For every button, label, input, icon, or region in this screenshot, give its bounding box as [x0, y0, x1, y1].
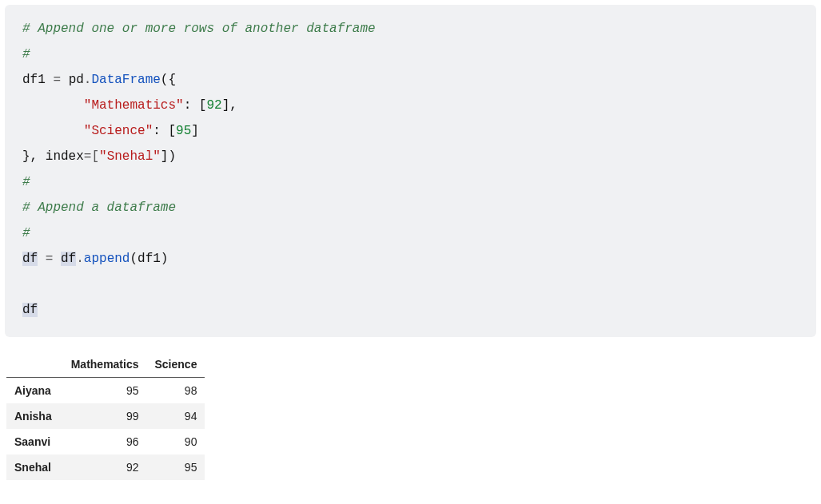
code-punct: [: [168, 124, 176, 138]
code-operator: =: [38, 252, 61, 266]
code-keyword: index: [46, 149, 84, 164]
table-cell: 96: [63, 429, 147, 454]
code-output-area: Mathematics Science Aiyana 95 98 Anisha …: [0, 342, 821, 486]
code-comment: #: [22, 175, 30, 189]
code-punct: ]: [191, 124, 199, 138]
code-dot: .: [84, 73, 92, 87]
row-header: Saanvi: [6, 429, 63, 454]
code-number: 95: [176, 124, 191, 138]
code-indent: [22, 98, 84, 113]
code-punct: (: [130, 252, 137, 266]
code-comment: # Append a dataframe: [22, 200, 176, 215]
code-punct: :: [153, 124, 168, 138]
code-punct: :: [184, 98, 199, 113]
code-string: "Mathematics": [84, 98, 184, 113]
table-cell: 99: [63, 403, 147, 429]
code-variable-highlighted: df: [22, 252, 38, 266]
table-cell: 94: [147, 403, 205, 429]
table-row: Aiyana 95 98: [6, 378, 205, 404]
code-string: "Snehal": [99, 149, 161, 164]
code-dot: .: [76, 252, 84, 266]
code-function: append: [84, 252, 130, 266]
code-string: "Science": [84, 124, 153, 138]
code-punct: =[: [84, 149, 99, 164]
code-function: DataFrame: [91, 73, 160, 87]
code-comment: # Append one or more rows of another dat…: [22, 22, 376, 36]
code-punct: },: [22, 149, 46, 164]
code-module: pd: [69, 73, 84, 87]
table-cell: 95: [63, 378, 147, 404]
code-comment: #: [22, 47, 30, 62]
table-row: Saanvi 96 90: [6, 429, 205, 454]
code-punct: ({: [161, 73, 176, 87]
code-operator: =: [46, 73, 69, 87]
table-cell: 90: [147, 429, 205, 454]
code-input-cell[interactable]: # Append one or more rows of another dat…: [5, 5, 816, 337]
column-header-science: Science: [147, 351, 205, 378]
table-corner: [6, 351, 63, 378]
table-row: Anisha 99 94: [6, 403, 205, 429]
row-header: Snehal: [6, 454, 63, 480]
code-variable-highlighted: df: [61, 252, 76, 266]
row-header: Anisha: [6, 403, 63, 429]
code-variable: df1: [22, 73, 46, 87]
code-indent: [22, 124, 84, 138]
table-cell: 98: [147, 378, 205, 404]
code-variable: df1: [137, 252, 161, 266]
code-variable-highlighted: df: [22, 303, 38, 317]
dataframe-table: Mathematics Science Aiyana 95 98 Anisha …: [6, 351, 205, 480]
code-punct: ],: [222, 98, 237, 113]
code-punct: ): [161, 252, 169, 266]
table-row: Snehal 92 95: [6, 454, 205, 480]
code-punct: [: [199, 98, 207, 113]
table-cell: 92: [63, 454, 147, 480]
table-header-row: Mathematics Science: [6, 351, 205, 378]
code-number: 92: [206, 98, 221, 113]
table-cell: 95: [147, 454, 205, 480]
row-header: Aiyana: [6, 378, 63, 404]
code-punct: ]): [161, 149, 176, 164]
code-comment: #: [22, 226, 30, 240]
column-header-mathematics: Mathematics: [63, 351, 147, 378]
